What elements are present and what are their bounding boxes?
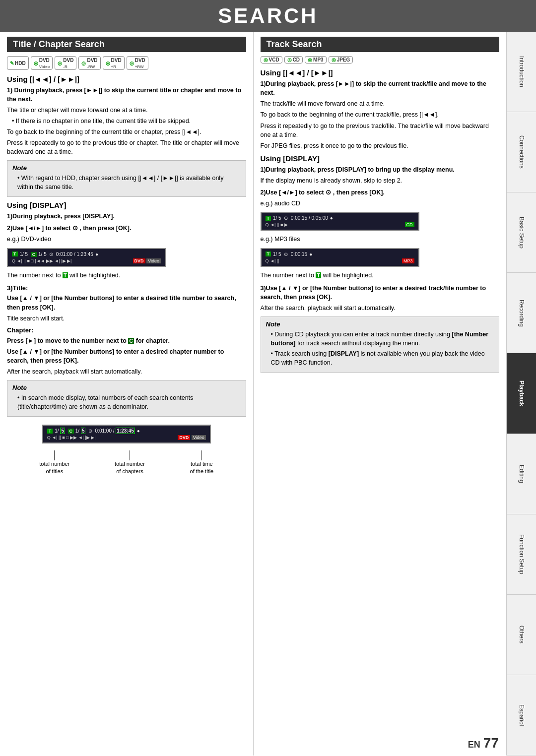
- left-note2-item1: In search mode display, total numbers of…: [12, 393, 241, 411]
- arrow-titles: [54, 450, 55, 460]
- right-note-item2: Track search using [DISPLAY] is not avai…: [266, 349, 494, 367]
- screen-cd-vals: 1/ 5 ⊙ 0:00:15 / 0:05:00: [273, 215, 328, 221]
- screen-dvd-topbar: T 1/ 5 C 1/ 5 ⊙ 0:01:00 / 1:23:45 ●: [12, 252, 161, 257]
- left-note1-item1: With regard to HDD, chapter search using…: [12, 174, 241, 191]
- badge-cd: ◎ CD: [284, 56, 303, 63]
- screen-cd-t: T: [266, 216, 271, 221]
- left-step3-chapter-auto: After the search, playback will start au…: [7, 367, 246, 376]
- left-note1-title: Note: [12, 164, 241, 172]
- right-format-badges: ◎ VCD ◎ CD ◎ MP3 ◎ JPEG: [261, 56, 500, 63]
- content-area: Title / Chapter Search ✎ HDD ◎ DVDVideo …: [0, 32, 506, 756]
- screen-dvd: T 1/ 5 C 1/ 5 ⊙ 0:01:00 / 1:23:45 ● Q ◄|…: [7, 248, 166, 267]
- right-sidebar: Introduction Connections Basic Setup Rec…: [506, 32, 536, 756]
- right-display-eg2-label: e.g.) MP3 files: [261, 235, 500, 244]
- video-badge: Video: [146, 258, 161, 263]
- diagram-wrapper: T 1/ 5 C 1/ 5 ⊙ 0:01:00 / 1:23:45 ● Q ◄|…: [7, 421, 246, 475]
- columns: Title / Chapter Search ✎ HDD ◎ DVDVideo …: [0, 32, 506, 756]
- left-step3-title-label: 3)Title:: [7, 284, 246, 293]
- left-step1: 1) During playback, press [►►|] to skip …: [7, 86, 246, 156]
- left-step1-bullet1: If there is no chapter in one title, the…: [7, 117, 246, 126]
- main-content: Title / Chapter Search ✎ HDD ◎ DVDVideo …: [0, 32, 536, 756]
- right-sub1-heading: Using [|◄◄] / [►►|]: [261, 68, 500, 77]
- dvd-plus-r-icon: ◎: [106, 61, 110, 66]
- left-column: Title / Chapter Search ✎ HDD ◎ DVDVideo …: [0, 32, 254, 756]
- sidebar-tab-function-setup[interactable]: Function Setup: [507, 514, 536, 595]
- left-note2-title: Note: [12, 384, 241, 391]
- dvd-r-icon: ◎: [58, 61, 62, 66]
- right-step3-label: 3)Use [▲ / ▼] or [the Number buttons] to…: [261, 284, 500, 302]
- right-step1-body1: The track/file will move forward one at …: [261, 99, 500, 108]
- dvd-plus-rw-icon: ◎: [130, 61, 134, 66]
- screen-cd: T 1/ 5 ⊙ 0:00:15 / 0:05:00 ● Q ◄| || ■ ▶…: [261, 212, 419, 231]
- screen-cd-topbar: T 1/ 5 ⊙ 0:00:15 / 0:05:00 ●: [266, 215, 414, 221]
- dvd-badge: DVD: [133, 258, 145, 263]
- diagram-vals: 1/ 5 C 1/ 5 ⊙ 0:01:00 / 1:23:45: [55, 428, 135, 434]
- c-icon-inline: C: [128, 338, 134, 344]
- diagram-labels-row: total numberof titles total numberof cha…: [7, 450, 246, 475]
- diagram-screen: T 1/ 5 C 1/ 5 ⊙ 0:01:00 / 1:23:45 ● Q ◄|…: [42, 425, 211, 443]
- sidebar-tab-others[interactable]: Others: [507, 595, 536, 675]
- sidebar-tab-recording[interactable]: Recording: [507, 273, 536, 353]
- right-step1-body3: Press it repeatedly to go to the previou…: [261, 122, 500, 139]
- left-step3: 3)Title: Use [▲ / ▼] or [the Number butt…: [7, 284, 246, 377]
- right-display-step2-label: 2)Use [◄/►] to select ⊙ , then press [OK…: [261, 188, 500, 197]
- sidebar-tab-basic-setup[interactable]: Basic Setup: [507, 192, 536, 273]
- badge-jpeg: ◎ JPEG: [329, 56, 353, 63]
- badge-dvd-video: ◎ DVDVideo: [31, 56, 53, 70]
- sidebar-tab-editing[interactable]: Editing: [507, 434, 536, 514]
- right-sub2-heading: Using [DISPLAY]: [261, 154, 500, 163]
- screen-mp3-t: T: [266, 252, 271, 256]
- diagram-label-chapters: total numberof chapters: [115, 450, 145, 475]
- left-step3-chapter-body2: Use [▲ / ▼] or [the Number buttons] to e…: [7, 347, 246, 365]
- diagram-dvd-badge: DVD: [178, 435, 190, 440]
- right-note: Note During CD playback you can enter a …: [261, 316, 500, 373]
- right-step3: 3)Use [▲ / ▼] or [the Number buttons] to…: [261, 284, 500, 313]
- screen-mp3: T 1/ 5 ⊙ 0:00:15 ● Q ◄| || MP3: [261, 248, 419, 267]
- screen-mp3-icons: Q ◄| ||: [266, 258, 279, 263]
- screen-cd-bottombar: Q ◄| || ■ ▶ CD: [266, 222, 414, 227]
- right-step1-body4: For JPEG files, press it once to go to t…: [261, 141, 500, 150]
- left-step1-label: 1) During playback, press [►►|] to skip …: [7, 86, 246, 104]
- left-step3-chapter-label: Chapter:: [7, 326, 246, 335]
- left-highlight-note: The number next to T will be highlighted…: [7, 271, 246, 280]
- badge-dvd-plus-rw: ◎ DVD+RW: [127, 56, 148, 70]
- left-display-step1-label: 1)During playback, press [DISPLAY].: [7, 212, 246, 221]
- left-step3-title-sub: Title search will start.: [7, 314, 246, 323]
- right-display-step1: 1)During playback, press [DISPLAY] to br…: [261, 165, 500, 185]
- screen-dvd-bottombar: Q ◄| || ■ □ |◄◄ ▶▶ ◄| |▶ ▶| DVD Video: [12, 258, 161, 263]
- right-display-step2: 2)Use [◄/►] to select ⊙ , then press [OK…: [261, 188, 500, 208]
- page-number: 77: [483, 735, 499, 751]
- screen-dvd-icons: Q ◄| || ■ □ |◄◄ ▶▶ ◄| |▶ ▶|: [12, 258, 71, 263]
- left-step1-body3: Press it repeatedly to go to the previou…: [7, 138, 246, 156]
- badge-dvd-rw: ◎ DVD-RW: [78, 56, 100, 70]
- diagram-icons: Q ◄| || ■ □ ▶▶ ◄| |▶ ▶|: [47, 435, 96, 440]
- sidebar-tab-introduction[interactable]: Introduction: [507, 32, 536, 112]
- t-icon-right: T: [316, 272, 321, 278]
- left-note1: Note With regard to HDD, chapter search …: [7, 160, 246, 197]
- dvd-rw-icon: ◎: [81, 61, 86, 66]
- left-step1-body2: To go back to the beginning of the curre…: [7, 127, 246, 136]
- mp3-screen-badge: MP3: [402, 258, 414, 263]
- right-note-item1: During CD playback you can enter a track…: [266, 330, 494, 348]
- right-note-title: Note: [266, 320, 494, 328]
- screen-dvd-badges: DVD Video: [133, 258, 161, 263]
- dvd-video-icon: ◎: [34, 61, 38, 66]
- sidebar-tab-espanol[interactable]: Español: [507, 675, 536, 756]
- right-display-step1-label: 1)During playback, press [DISPLAY] to br…: [261, 165, 500, 174]
- left-step-display2: 2)Use [◄/►] to select ⊙ , then press [OK…: [7, 224, 246, 244]
- sidebar-tab-connections[interactable]: Connections: [507, 112, 536, 192]
- left-step3-title-body: Use [▲ / ▼] or [the Number buttons] to e…: [7, 294, 246, 312]
- left-step-display1: 1)During playback, press [DISPLAY].: [7, 212, 246, 221]
- left-step1-body1: The title or chapter will move forward o…: [7, 106, 246, 115]
- page-header: SEARCH: [0, 0, 536, 32]
- jpeg-icon: ◎: [332, 57, 336, 63]
- sidebar-tab-playback[interactable]: Playback: [507, 353, 536, 434]
- diagram-video-badge: Video: [192, 435, 206, 440]
- right-display-step2-eg1: e.g.) audio CD: [261, 199, 500, 208]
- left-section-title: Title / Chapter Search: [7, 37, 246, 52]
- arrow-time: [201, 450, 202, 460]
- screen-dvd-t: T: [12, 252, 18, 256]
- right-highlight-note: The number next to T will be highlighted…: [261, 271, 500, 280]
- screen-dvd-dot: ●: [95, 252, 98, 257]
- right-step1-body2: To go back to the beginning of the curre…: [261, 110, 500, 119]
